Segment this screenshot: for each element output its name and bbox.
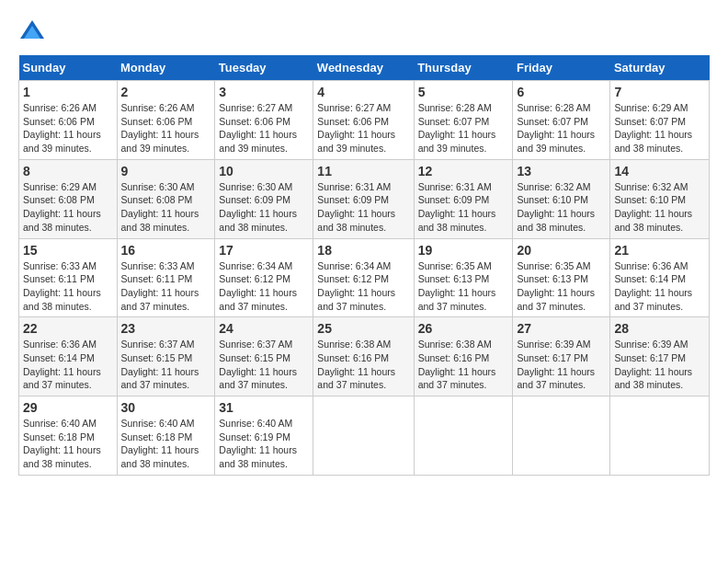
column-header-tuesday: Tuesday (215, 55, 313, 81)
calendar-day-4: 4 Sunrise: 6:27 AM Sunset: 6:06 PM Dayli… (313, 81, 414, 160)
day-info: Sunrise: 6:32 AM Sunset: 6:10 PM Dayligh… (517, 180, 606, 235)
day-number: 28 (614, 321, 705, 336)
day-info: Sunrise: 6:29 AM Sunset: 6:08 PM Dayligh… (23, 180, 113, 235)
calendar-day-12: 12 Sunrise: 6:31 AM Sunset: 6:09 PM Dayl… (414, 159, 513, 238)
calendar-day-10: 10 Sunrise: 6:30 AM Sunset: 6:09 PM Dayl… (215, 159, 313, 238)
day-number: 19 (418, 243, 509, 258)
day-info: Sunrise: 6:37 AM Sunset: 6:15 PM Dayligh… (219, 338, 309, 392)
calendar-week-3: 15 Sunrise: 6:33 AM Sunset: 6:11 PM Dayl… (19, 238, 710, 317)
calendar-day-20: 20 Sunrise: 6:35 AM Sunset: 6:13 PM Dayl… (513, 238, 610, 317)
day-info: Sunrise: 6:33 AM Sunset: 6:11 PM Dayligh… (23, 259, 113, 314)
day-info: Sunrise: 6:28 AM Sunset: 6:07 PM Dayligh… (418, 101, 509, 155)
calendar-day-21: 21 Sunrise: 6:36 AM Sunset: 6:14 PM Dayl… (610, 238, 710, 317)
day-info: Sunrise: 6:37 AM Sunset: 6:15 PM Dayligh… (121, 338, 211, 392)
calendar-day-8: 8 Sunrise: 6:29 AM Sunset: 6:08 PM Dayli… (19, 159, 118, 238)
empty-cell (610, 396, 710, 476)
day-number: 25 (317, 321, 409, 336)
day-info: Sunrise: 6:38 AM Sunset: 6:16 PM Dayligh… (317, 338, 409, 392)
day-info: Sunrise: 6:40 AM Sunset: 6:18 PM Dayligh… (23, 417, 113, 471)
day-info: Sunrise: 6:30 AM Sunset: 6:09 PM Dayligh… (219, 180, 309, 235)
column-header-thursday: Thursday (414, 55, 513, 81)
day-info: Sunrise: 6:34 AM Sunset: 6:12 PM Dayligh… (317, 259, 409, 314)
day-number: 22 (23, 321, 113, 336)
day-info: Sunrise: 6:31 AM Sunset: 6:09 PM Dayligh… (418, 180, 509, 235)
day-number: 14 (614, 164, 705, 178)
calendar-day-18: 18 Sunrise: 6:34 AM Sunset: 6:12 PM Dayl… (313, 238, 414, 317)
calendar-day-7: 7 Sunrise: 6:29 AM Sunset: 6:07 PM Dayli… (610, 81, 710, 160)
day-info: Sunrise: 6:34 AM Sunset: 6:12 PM Dayligh… (219, 259, 309, 314)
day-number: 1 (23, 85, 113, 99)
day-number: 23 (121, 321, 211, 336)
column-header-wednesday: Wednesday (313, 55, 414, 81)
day-number: 30 (121, 400, 211, 415)
calendar-day-27: 27 Sunrise: 6:39 AM Sunset: 6:17 PM Dayl… (513, 317, 610, 396)
day-number: 20 (517, 243, 606, 258)
calendar-day-26: 26 Sunrise: 6:38 AM Sunset: 6:16 PM Dayl… (414, 317, 513, 396)
calendar-day-15: 15 Sunrise: 6:33 AM Sunset: 6:11 PM Dayl… (19, 238, 118, 317)
day-info: Sunrise: 6:28 AM Sunset: 6:07 PM Dayligh… (517, 101, 606, 155)
day-info: Sunrise: 6:27 AM Sunset: 6:06 PM Dayligh… (317, 101, 409, 155)
day-number: 17 (219, 243, 309, 258)
calendar-day-25: 25 Sunrise: 6:38 AM Sunset: 6:16 PM Dayl… (313, 317, 414, 396)
calendar-day-2: 2 Sunrise: 6:26 AM Sunset: 6:06 PM Dayli… (117, 81, 215, 160)
day-number: 5 (418, 85, 509, 99)
day-info: Sunrise: 6:39 AM Sunset: 6:17 PM Dayligh… (517, 338, 606, 392)
logo (18, 18, 50, 46)
day-number: 8 (23, 164, 113, 178)
day-number: 13 (517, 164, 606, 178)
calendar-day-17: 17 Sunrise: 6:34 AM Sunset: 6:12 PM Dayl… (215, 238, 313, 317)
day-number: 26 (418, 321, 509, 336)
column-header-friday: Friday (513, 55, 610, 81)
calendar-day-11: 11 Sunrise: 6:31 AM Sunset: 6:09 PM Dayl… (313, 159, 414, 238)
calendar-day-28: 28 Sunrise: 6:39 AM Sunset: 6:17 PM Dayl… (610, 317, 710, 396)
day-number: 21 (614, 243, 705, 258)
day-number: 11 (317, 164, 409, 178)
day-number: 15 (23, 243, 113, 258)
calendar-day-23: 23 Sunrise: 6:37 AM Sunset: 6:15 PM Dayl… (117, 317, 215, 396)
calendar-day-1: 1 Sunrise: 6:26 AM Sunset: 6:06 PM Dayli… (19, 81, 118, 160)
calendar-day-3: 3 Sunrise: 6:27 AM Sunset: 6:06 PM Dayli… (215, 81, 313, 160)
day-info: Sunrise: 6:26 AM Sunset: 6:06 PM Dayligh… (121, 101, 211, 155)
calendar-day-30: 30 Sunrise: 6:40 AM Sunset: 6:18 PM Dayl… (117, 396, 215, 476)
day-info: Sunrise: 6:33 AM Sunset: 6:11 PM Dayligh… (121, 259, 211, 314)
empty-cell (313, 396, 414, 476)
calendar-day-5: 5 Sunrise: 6:28 AM Sunset: 6:07 PM Dayli… (414, 81, 513, 160)
calendar-day-24: 24 Sunrise: 6:37 AM Sunset: 6:15 PM Dayl… (215, 317, 313, 396)
column-header-monday: Monday (117, 55, 215, 81)
day-info: Sunrise: 6:31 AM Sunset: 6:09 PM Dayligh… (317, 180, 409, 235)
day-number: 12 (418, 164, 509, 178)
day-info: Sunrise: 6:27 AM Sunset: 6:06 PM Dayligh… (219, 101, 309, 155)
day-number: 6 (517, 85, 606, 99)
day-number: 10 (219, 164, 309, 178)
day-number: 9 (121, 164, 211, 178)
calendar-week-5: 29 Sunrise: 6:40 AM Sunset: 6:18 PM Dayl… (19, 396, 710, 476)
empty-cell (414, 396, 513, 476)
calendar-day-19: 19 Sunrise: 6:35 AM Sunset: 6:13 PM Dayl… (414, 238, 513, 317)
calendar-day-13: 13 Sunrise: 6:32 AM Sunset: 6:10 PM Dayl… (513, 159, 610, 238)
calendar-day-31: 31 Sunrise: 6:40 AM Sunset: 6:19 PM Dayl… (215, 396, 313, 476)
calendar-table: SundayMondayTuesdayWednesdayThursdayFrid… (18, 55, 710, 476)
day-number: 18 (317, 243, 409, 258)
calendar-day-14: 14 Sunrise: 6:32 AM Sunset: 6:10 PM Dayl… (610, 159, 710, 238)
day-number: 3 (219, 85, 309, 99)
day-info: Sunrise: 6:35 AM Sunset: 6:13 PM Dayligh… (517, 259, 606, 314)
calendar-day-22: 22 Sunrise: 6:36 AM Sunset: 6:14 PM Dayl… (19, 317, 118, 396)
day-number: 2 (121, 85, 211, 99)
day-number: 29 (23, 400, 113, 415)
day-info: Sunrise: 6:40 AM Sunset: 6:19 PM Dayligh… (219, 417, 309, 471)
day-info: Sunrise: 6:38 AM Sunset: 6:16 PM Dayligh… (418, 338, 509, 392)
calendar-day-6: 6 Sunrise: 6:28 AM Sunset: 6:07 PM Dayli… (513, 81, 610, 160)
calendar-week-4: 22 Sunrise: 6:36 AM Sunset: 6:14 PM Dayl… (19, 317, 710, 396)
day-number: 27 (517, 321, 606, 336)
logo-icon (18, 18, 46, 46)
calendar-day-16: 16 Sunrise: 6:33 AM Sunset: 6:11 PM Dayl… (117, 238, 215, 317)
day-number: 4 (317, 85, 409, 99)
day-info: Sunrise: 6:30 AM Sunset: 6:08 PM Dayligh… (121, 180, 211, 235)
day-info: Sunrise: 6:40 AM Sunset: 6:18 PM Dayligh… (121, 417, 211, 471)
calendar-week-1: 1 Sunrise: 6:26 AM Sunset: 6:06 PM Dayli… (19, 81, 710, 160)
day-info: Sunrise: 6:36 AM Sunset: 6:14 PM Dayligh… (23, 338, 113, 392)
day-info: Sunrise: 6:36 AM Sunset: 6:14 PM Dayligh… (614, 259, 705, 314)
page-header (18, 18, 710, 46)
day-info: Sunrise: 6:26 AM Sunset: 6:06 PM Dayligh… (23, 101, 113, 155)
column-header-saturday: Saturday (610, 55, 710, 81)
